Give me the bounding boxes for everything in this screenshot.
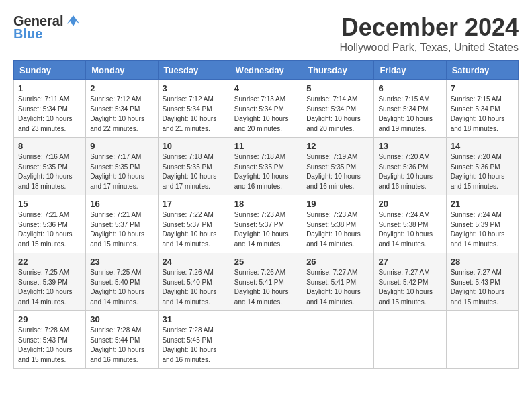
daylight-text: Daylight: 10 hours and 21 minutes. <box>163 115 217 132</box>
daylight-text: Daylight: 10 hours and 17 minutes. <box>90 173 144 190</box>
sunset-text: Sunset: 5:39 PM <box>18 279 68 286</box>
day-number: 2 <box>90 83 153 93</box>
sunset-text: Sunset: 5:45 PM <box>163 336 212 344</box>
sunset-text: Sunset: 5:35 PM <box>18 163 68 171</box>
sunset-text: Sunset: 5:35 PM <box>306 163 356 171</box>
daylight-text: Daylight: 10 hours and 14 minutes. <box>306 288 361 306</box>
sunrise-text: Sunrise: 7:14 AM <box>306 95 357 103</box>
day-info: Sunrise: 7:15 AM Sunset: 5:34 PM Dayligh… <box>378 95 441 134</box>
sunset-text: Sunset: 5:38 PM <box>378 221 428 228</box>
day-info: Sunrise: 7:28 AM Sunset: 5:44 PM Dayligh… <box>90 326 153 365</box>
day-number: 28 <box>451 257 514 267</box>
table-row: 2 Sunrise: 7:12 AM Sunset: 5:34 PM Dayli… <box>86 80 158 138</box>
day-number: 20 <box>378 199 441 209</box>
sunset-text: Sunset: 5:41 PM <box>234 279 284 286</box>
sunset-text: Sunset: 5:36 PM <box>451 163 500 171</box>
day-number: 29 <box>18 314 81 324</box>
daylight-text: Daylight: 10 hours and 15 minutes. <box>18 230 73 248</box>
daylight-text: Daylight: 10 hours and 16 minutes. <box>90 346 144 363</box>
table-row: 31 Sunrise: 7:28 AM Sunset: 5:45 PM Dayl… <box>158 311 230 369</box>
sunset-text: Sunset: 5:42 PM <box>378 279 428 286</box>
sunrise-text: Sunrise: 7:11 AM <box>18 95 69 103</box>
table-row: 1 Sunrise: 7:11 AM Sunset: 5:34 PM Dayli… <box>14 80 86 138</box>
day-info: Sunrise: 7:12 AM Sunset: 5:34 PM Dayligh… <box>163 95 226 134</box>
day-info: Sunrise: 7:17 AM Sunset: 5:35 PM Dayligh… <box>90 152 153 191</box>
table-row: 22 Sunrise: 7:25 AM Sunset: 5:39 PM Dayl… <box>14 253 86 311</box>
table-row: 24 Sunrise: 7:26 AM Sunset: 5:40 PM Dayl… <box>158 253 230 311</box>
day-number: 18 <box>234 199 298 209</box>
day-number: 24 <box>163 257 226 267</box>
table-row: 23 Sunrise: 7:25 AM Sunset: 5:40 PM Dayl… <box>86 253 158 311</box>
calendar-header-row: Sunday Monday Tuesday Wednesday Thursday… <box>14 61 519 80</box>
sunrise-text: Sunrise: 7:25 AM <box>90 269 141 276</box>
logo: General Blue <box>13 13 81 42</box>
day-number: 26 <box>306 257 369 267</box>
calendar-week-row: 15 Sunrise: 7:21 AM Sunset: 5:36 PM Dayl… <box>14 195 519 253</box>
sunrise-text: Sunrise: 7:18 AM <box>234 153 285 161</box>
table-row: 25 Sunrise: 7:26 AM Sunset: 5:41 PM Dayl… <box>230 253 302 311</box>
sunset-text: Sunset: 5:34 PM <box>90 105 140 113</box>
day-info: Sunrise: 7:28 AM Sunset: 5:43 PM Dayligh… <box>18 326 81 365</box>
sunrise-text: Sunrise: 7:18 AM <box>163 153 214 161</box>
day-info: Sunrise: 7:21 AM Sunset: 5:37 PM Dayligh… <box>90 210 153 249</box>
day-number: 21 <box>451 199 514 209</box>
sunset-text: Sunset: 5:38 PM <box>306 221 356 228</box>
logo-bird-icon <box>66 14 81 29</box>
sunset-text: Sunset: 5:34 PM <box>234 105 284 113</box>
sunset-text: Sunset: 5:37 PM <box>163 221 212 228</box>
sunset-text: Sunset: 5:35 PM <box>163 163 212 171</box>
sunrise-text: Sunrise: 7:25 AM <box>18 269 69 276</box>
col-tuesday: Tuesday <box>158 61 230 80</box>
table-row: 13 Sunrise: 7:20 AM Sunset: 5:36 PM Dayl… <box>374 138 446 195</box>
location: Hollywood Park, Texas, United States <box>340 42 519 54</box>
table-row: 6 Sunrise: 7:15 AM Sunset: 5:34 PM Dayli… <box>374 80 446 138</box>
sunrise-text: Sunrise: 7:12 AM <box>163 95 214 103</box>
day-number: 4 <box>234 83 298 93</box>
daylight-text: Daylight: 10 hours and 15 minutes. <box>18 346 73 363</box>
sunrise-text: Sunrise: 7:20 AM <box>378 153 429 161</box>
day-number: 23 <box>90 257 153 267</box>
sunset-text: Sunset: 5:36 PM <box>378 163 428 171</box>
sunrise-text: Sunrise: 7:28 AM <box>90 326 141 334</box>
sunrise-text: Sunrise: 7:21 AM <box>90 211 141 218</box>
day-info: Sunrise: 7:21 AM Sunset: 5:36 PM Dayligh… <box>18 210 81 249</box>
table-row: 19 Sunrise: 7:23 AM Sunset: 5:38 PM Dayl… <box>302 195 374 253</box>
calendar-table: Sunday Monday Tuesday Wednesday Thursday… <box>13 60 519 369</box>
daylight-text: Daylight: 10 hours and 14 minutes. <box>306 230 361 248</box>
daylight-text: Daylight: 10 hours and 15 minutes. <box>378 288 433 306</box>
day-info: Sunrise: 7:25 AM Sunset: 5:40 PM Dayligh… <box>90 268 153 307</box>
day-number: 1 <box>18 83 81 93</box>
daylight-text: Daylight: 10 hours and 16 minutes. <box>234 173 289 190</box>
calendar-week-row: 1 Sunrise: 7:11 AM Sunset: 5:34 PM Dayli… <box>14 80 519 138</box>
day-number: 6 <box>378 83 441 93</box>
day-info: Sunrise: 7:27 AM Sunset: 5:42 PM Dayligh… <box>378 268 441 307</box>
day-info: Sunrise: 7:24 AM Sunset: 5:39 PM Dayligh… <box>451 210 514 249</box>
sunrise-text: Sunrise: 7:20 AM <box>451 153 502 161</box>
sunset-text: Sunset: 5:41 PM <box>306 279 356 286</box>
logo-blue: Blue <box>13 26 42 42</box>
daylight-text: Daylight: 10 hours and 22 minutes. <box>90 115 144 132</box>
daylight-text: Daylight: 10 hours and 16 minutes. <box>163 346 217 363</box>
sunset-text: Sunset: 5:37 PM <box>234 221 284 228</box>
sunset-text: Sunset: 5:35 PM <box>90 163 140 171</box>
sunset-text: Sunset: 5:44 PM <box>90 336 140 344</box>
table-row: 5 Sunrise: 7:14 AM Sunset: 5:34 PM Dayli… <box>302 80 374 138</box>
sunrise-text: Sunrise: 7:27 AM <box>378 269 429 276</box>
day-info: Sunrise: 7:24 AM Sunset: 5:38 PM Dayligh… <box>378 210 441 249</box>
col-wednesday: Wednesday <box>230 61 302 80</box>
daylight-text: Daylight: 10 hours and 14 minutes. <box>163 288 217 306</box>
sunset-text: Sunset: 5:37 PM <box>90 221 140 228</box>
sunset-text: Sunset: 5:36 PM <box>18 221 68 228</box>
day-info: Sunrise: 7:22 AM Sunset: 5:37 PM Dayligh… <box>163 210 226 249</box>
month-title: December 2024 <box>340 13 519 42</box>
sunrise-text: Sunrise: 7:17 AM <box>90 153 141 161</box>
day-info: Sunrise: 7:15 AM Sunset: 5:34 PM Dayligh… <box>451 95 514 134</box>
page-header: General Blue December 2024 Hollywood Par… <box>13 13 519 54</box>
table-row <box>230 311 302 369</box>
sunset-text: Sunset: 5:34 PM <box>163 105 212 113</box>
daylight-text: Daylight: 10 hours and 14 minutes. <box>163 230 217 248</box>
daylight-text: Daylight: 10 hours and 18 minutes. <box>451 115 505 132</box>
table-row: 4 Sunrise: 7:13 AM Sunset: 5:34 PM Dayli… <box>230 80 302 138</box>
day-number: 11 <box>234 141 298 151</box>
day-info: Sunrise: 7:27 AM Sunset: 5:43 PM Dayligh… <box>451 268 514 307</box>
